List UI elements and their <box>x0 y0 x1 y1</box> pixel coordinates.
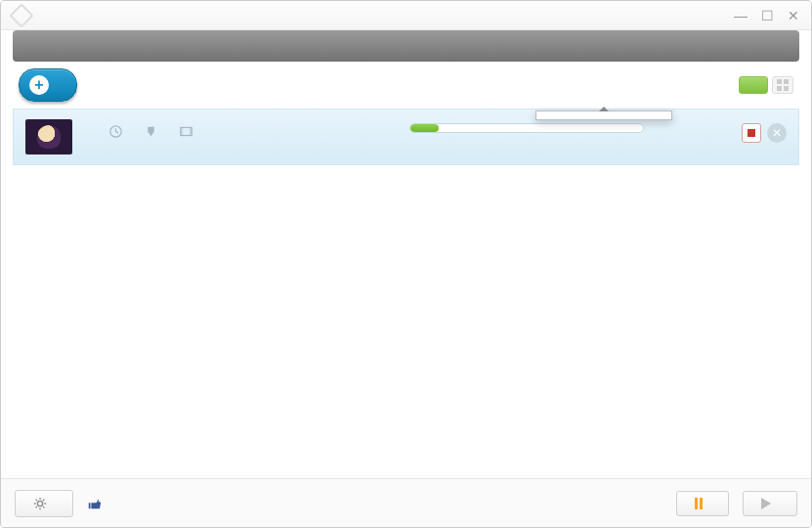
svg-rect-2 <box>777 86 782 91</box>
size-icon <box>145 125 157 138</box>
item-body <box>109 119 400 138</box>
dropdown-caret-icon <box>599 107 609 111</box>
convert-dropdown <box>535 110 672 120</box>
clock-icon <box>109 125 122 138</box>
paste-url-button[interactable]: + <box>19 68 77 102</box>
plus-icon: + <box>29 75 49 95</box>
svg-rect-1 <box>784 79 789 84</box>
pause-icon <box>695 498 703 509</box>
download-list: ✕ <box>13 109 799 165</box>
progress-area <box>409 123 732 141</box>
svg-rect-6 <box>181 127 183 135</box>
svg-point-8 <box>37 501 42 506</box>
titlebar: — ☐ ✕ <box>1 1 811 30</box>
pause-all-button[interactable] <box>676 491 729 516</box>
svg-rect-0 <box>777 79 782 84</box>
play-icon <box>761 498 771 509</box>
format-icon <box>180 125 192 138</box>
maximize-button[interactable]: ☐ <box>761 9 774 22</box>
progress-bar <box>409 123 644 133</box>
options-button[interactable] <box>15 490 73 517</box>
source-logo <box>82 121 100 139</box>
progress-fill <box>410 124 439 132</box>
gear-icon <box>33 497 47 510</box>
bottom-bar <box>1 478 811 527</box>
item-actions: ✕ <box>742 123 787 143</box>
thumbs-up-icon <box>87 497 101 510</box>
grid-icon <box>777 79 789 91</box>
app-logo-icon <box>9 3 33 27</box>
stop-button[interactable] <box>742 123 761 143</box>
remove-item-button[interactable]: ✕ <box>767 123 787 143</box>
item-meta <box>109 125 400 138</box>
action-row: + <box>1 62 811 109</box>
svg-rect-7 <box>190 127 192 135</box>
resume-all-button[interactable] <box>743 491 797 516</box>
close-button[interactable]: ✕ <box>788 9 799 22</box>
window-controls: — ☐ ✕ <box>734 9 799 22</box>
download-item[interactable]: ✕ <box>14 110 798 164</box>
menubar <box>13 30 799 62</box>
like-link[interactable] <box>87 497 106 510</box>
svg-rect-3 <box>784 86 789 91</box>
on-toggle[interactable] <box>739 76 768 94</box>
minimize-button[interactable]: — <box>734 9 748 22</box>
stop-icon <box>748 129 755 137</box>
video-thumbnail <box>25 119 72 154</box>
grid-view-toggle[interactable] <box>772 76 793 94</box>
